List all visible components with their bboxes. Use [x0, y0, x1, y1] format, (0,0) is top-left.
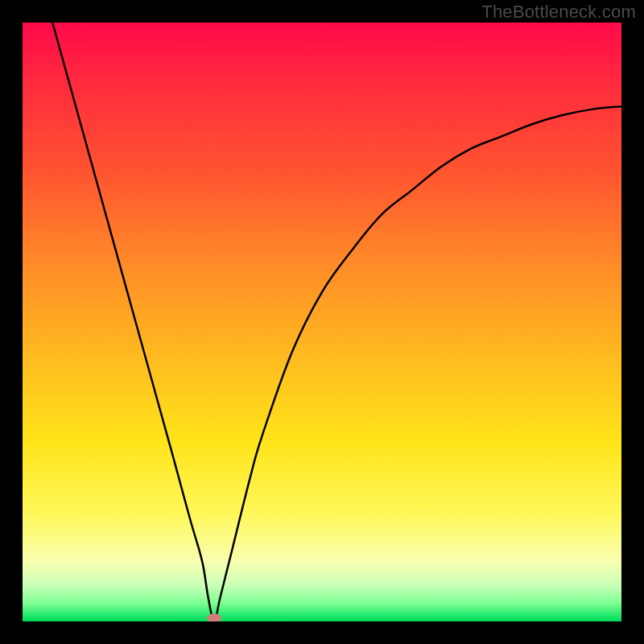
curve-path	[52, 23, 621, 621]
plot-area	[23, 23, 621, 621]
minimum-marker	[207, 613, 221, 621]
watermark-text: TheBottleneck.com	[481, 2, 636, 23]
chart-frame: TheBottleneck.com	[0, 0, 644, 644]
bottleneck-curve	[23, 23, 621, 621]
